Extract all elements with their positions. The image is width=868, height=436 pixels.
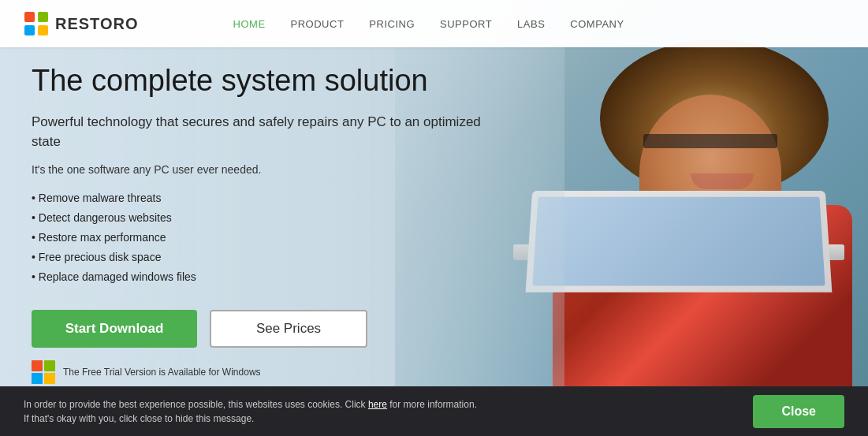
windows-icon [32, 360, 55, 384]
hero-tagline: It's the one software any PC user ever n… [32, 163, 552, 176]
svg-rect-3 [38, 25, 48, 35]
start-download-button[interactable]: Start Download [32, 310, 197, 348]
hero-section: The complete system solution Powerful te… [0, 0, 868, 386]
close-button[interactable]: Close [753, 395, 844, 428]
windows-badge: The Free Trial Version is Available for … [32, 360, 552, 384]
cookie-line2: If that's okay with you, click close to … [24, 413, 254, 424]
svg-rect-2 [24, 25, 35, 35]
bullet-1: Remove malware threats [32, 188, 552, 208]
brand-name: RESTORO [55, 15, 139, 33]
cookie-line1-end: for more information. [387, 399, 477, 410]
bullet-2: Detect dangerous websites [32, 208, 552, 228]
see-prices-button[interactable]: See Prices [210, 310, 367, 348]
cookie-bar: In order to provide the best experience … [0, 386, 868, 436]
hero-title: The complete system solution [32, 63, 552, 99]
cookie-text: In order to provide the best experience … [24, 397, 477, 426]
hero-bullets: Remove malware threats Detect dangerous … [32, 188, 552, 288]
nav-pricing[interactable]: PRICING [369, 18, 415, 30]
bullet-3: Restore max performance [32, 228, 552, 248]
windows-label-text: The Free Trial Version is Available for … [63, 367, 261, 378]
nav-home[interactable]: HOME [233, 18, 266, 30]
cookie-here-link[interactable]: here [368, 399, 387, 410]
windows-available-text: The Free Trial Version is Available for … [63, 367, 261, 378]
svg-rect-1 [38, 12, 48, 22]
logo-icon [24, 11, 49, 36]
nav-company[interactable]: COMPANY [570, 18, 624, 30]
hero-content: The complete system solution Powerful te… [32, 63, 552, 386]
hero-subtitle: Powerful technology that secures and saf… [32, 112, 489, 152]
bullet-4: Free precious disk space [32, 248, 552, 267]
logo[interactable]: RESTORO [24, 11, 139, 36]
cookie-line1: In order to provide the best experience … [24, 399, 368, 410]
navbar: RESTORO HOME PRODUCT PRICING SUPPORT LAB… [0, 0, 868, 47]
nav-links: HOME PRODUCT PRICING SUPPORT LABS COMPAN… [233, 18, 624, 30]
nav-product[interactable]: PRODUCT [291, 18, 345, 30]
cta-buttons: Start Download See Prices [32, 310, 552, 348]
nav-labs[interactable]: LABS [517, 18, 545, 30]
svg-rect-0 [24, 12, 35, 22]
bullet-5: Replace damaged windows files [32, 267, 552, 287]
nav-support[interactable]: SUPPORT [440, 18, 492, 30]
